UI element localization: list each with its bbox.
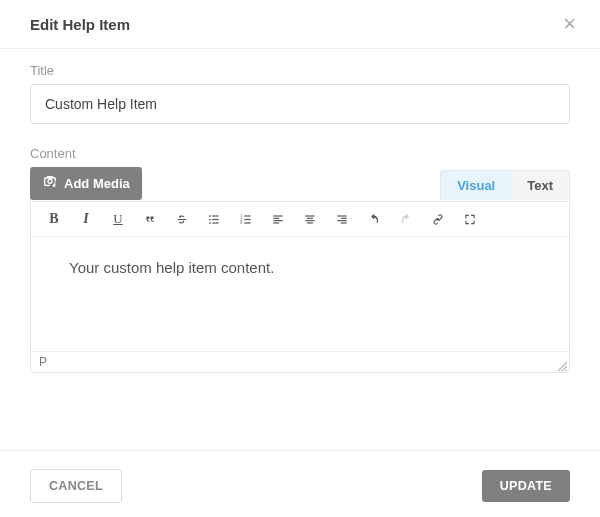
element-path: P	[39, 355, 47, 369]
unordered-list-button[interactable]	[205, 210, 223, 228]
align-left-button[interactable]	[269, 210, 287, 228]
content-section: Content Add Media Visual Text B I U	[30, 146, 570, 373]
align-center-icon	[303, 212, 317, 227]
resize-icon	[557, 361, 567, 371]
modal-header: Edit Help Item ×	[0, 0, 600, 49]
add-media-label: Add Media	[64, 176, 130, 191]
link-button[interactable]	[429, 210, 447, 228]
svg-rect-22	[337, 220, 346, 221]
editor-paragraph: Your custom help item content.	[69, 259, 531, 276]
camera-music-icon	[42, 174, 58, 193]
content-label: Content	[30, 146, 570, 161]
editor-status-bar: P	[31, 351, 569, 372]
redo-icon	[399, 212, 413, 227]
svg-rect-20	[337, 215, 346, 216]
svg-point-2	[209, 222, 211, 224]
title-label: Title	[30, 63, 570, 78]
editor-toolbar: B I U 123	[31, 202, 569, 237]
strikethrough-icon	[175, 212, 189, 227]
svg-point-1	[209, 218, 211, 220]
cancel-button[interactable]: CANCEL	[30, 469, 122, 503]
media-tabs-row: Add Media Visual Text	[30, 167, 570, 200]
align-right-button[interactable]	[333, 210, 351, 228]
ordered-list-button[interactable]: 123	[237, 210, 255, 228]
svg-rect-11	[244, 222, 250, 223]
svg-rect-17	[307, 217, 313, 218]
svg-rect-16	[305, 215, 314, 216]
fullscreen-button[interactable]	[461, 210, 479, 228]
edit-help-item-modal: Edit Help Item × Title Content Add Media…	[0, 0, 600, 517]
modal-footer: CANCEL UPDATE	[0, 450, 600, 517]
close-icon: ×	[563, 11, 576, 36]
modal-body: Title Content Add Media Visual Text B	[0, 49, 600, 393]
svg-rect-3	[212, 215, 218, 216]
svg-rect-21	[341, 217, 347, 218]
editor-tabs: Visual Text	[440, 170, 570, 200]
resize-handle[interactable]	[557, 360, 567, 370]
bold-button[interactable]: B	[45, 210, 63, 228]
blockquote-button[interactable]	[141, 210, 159, 228]
add-media-button[interactable]: Add Media	[30, 167, 142, 200]
link-icon	[431, 212, 445, 227]
svg-rect-12	[273, 215, 282, 216]
tab-visual[interactable]: Visual	[441, 171, 511, 200]
ol-icon: 123	[239, 212, 253, 227]
align-right-icon	[335, 212, 349, 227]
svg-rect-9	[244, 215, 250, 216]
undo-icon	[367, 212, 381, 227]
quote-icon	[143, 212, 157, 227]
close-button[interactable]: ×	[559, 13, 580, 35]
svg-text:3: 3	[240, 221, 242, 225]
italic-button[interactable]: I	[77, 210, 95, 228]
svg-rect-15	[273, 222, 279, 223]
redo-button[interactable]	[397, 210, 415, 228]
ul-icon	[207, 212, 221, 227]
modal-title: Edit Help Item	[30, 16, 130, 33]
svg-rect-13	[273, 217, 279, 218]
svg-rect-5	[212, 222, 218, 223]
svg-rect-4	[212, 218, 218, 219]
svg-rect-23	[341, 222, 347, 223]
svg-rect-18	[305, 220, 314, 221]
strikethrough-button[interactable]	[173, 210, 191, 228]
tab-text[interactable]: Text	[511, 171, 569, 200]
undo-button[interactable]	[365, 210, 383, 228]
fullscreen-icon	[463, 212, 477, 227]
align-left-icon	[271, 212, 285, 227]
svg-rect-19	[307, 222, 313, 223]
underline-button[interactable]: U	[109, 210, 127, 228]
align-center-button[interactable]	[301, 210, 319, 228]
svg-point-0	[209, 215, 211, 217]
editor: B I U 123	[30, 201, 570, 373]
editor-content-area[interactable]: Your custom help item content.	[31, 237, 569, 351]
update-button[interactable]: UPDATE	[482, 470, 570, 502]
svg-rect-14	[273, 220, 282, 221]
title-input[interactable]	[30, 84, 570, 124]
svg-rect-10	[244, 218, 250, 219]
